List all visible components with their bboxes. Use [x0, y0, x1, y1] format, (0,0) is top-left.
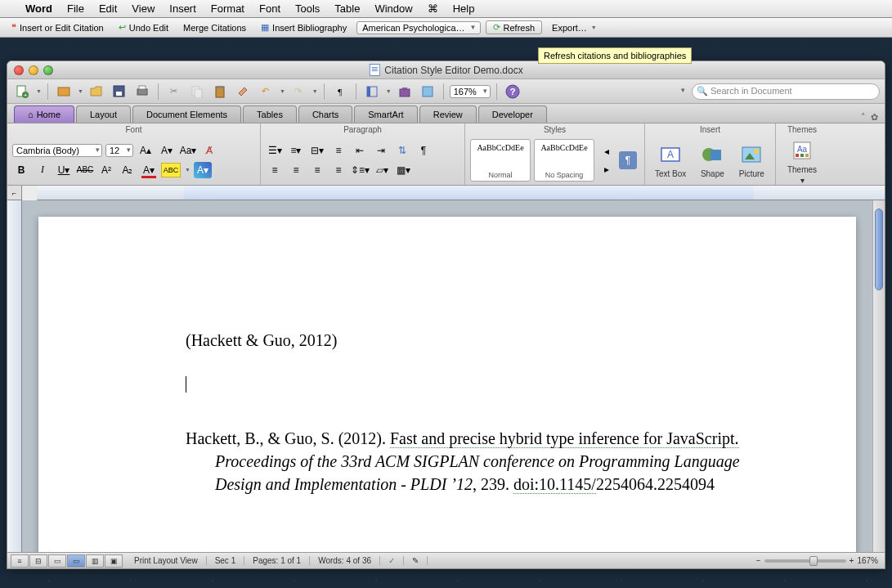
zoom-window-button[interactable]	[43, 65, 53, 75]
text-effects-button[interactable]: A▾	[194, 162, 212, 178]
borders-button[interactable]: ▦▾	[394, 162, 412, 178]
align-center-btn[interactable]: ≡	[287, 162, 305, 178]
publishing-view-button[interactable]: ▭	[48, 554, 66, 568]
underline-button[interactable]: U▾	[55, 162, 73, 178]
superscript-button[interactable]: A²	[97, 162, 115, 178]
numbering-button[interactable]: ≡▾	[287, 142, 305, 159]
align-right-btn[interactable]: ≡	[308, 162, 326, 178]
textbox-button[interactable]: AText Box	[650, 138, 691, 182]
redo-button[interactable]: ↷	[289, 83, 308, 101]
window-menu[interactable]: Window	[367, 2, 419, 15]
multilevel-list-button[interactable]: ⊟▾	[308, 142, 326, 159]
zoom-percent-label[interactable]: 167%	[857, 556, 878, 565]
section-label[interactable]: Sec 1	[207, 556, 245, 565]
tab-layout[interactable]: Layout	[76, 105, 131, 123]
insert-menu[interactable]: Insert	[162, 2, 204, 15]
help-menu[interactable]: Help	[446, 2, 482, 15]
toolbox-button[interactable]	[395, 83, 415, 101]
zoom-slider[interactable]	[764, 559, 846, 563]
grow-font-button[interactable]: A▴	[137, 142, 155, 159]
undo-button[interactable]: ↶	[256, 83, 276, 101]
scripts-menu-icon[interactable]: ⌘	[420, 2, 446, 15]
export-button[interactable]: Export…▼	[547, 21, 602, 34]
bullets-button[interactable]: ☰▾	[266, 142, 284, 159]
draft-view-button[interactable]: ≡	[11, 554, 29, 568]
shading-button[interactable]: ▱▾	[373, 162, 391, 178]
tab-selector[interactable]: ⌐	[7, 186, 22, 200]
shrink-font-button[interactable]: A▾	[158, 142, 176, 159]
cut-button[interactable]: ✂	[164, 83, 184, 101]
merge-citations-button[interactable]: Merge Citations	[178, 21, 251, 34]
format-menu[interactable]: Format	[204, 2, 252, 15]
save-button[interactable]	[110, 83, 129, 101]
view-menu[interactable]: View	[124, 2, 162, 15]
help-button[interactable]: ?	[503, 83, 522, 101]
italic-button[interactable]: I	[34, 162, 52, 178]
outline-view-button[interactable]: ⊟	[29, 554, 47, 568]
tab-home[interactable]: ⌂Home	[14, 105, 74, 123]
strikethrough-button[interactable]: ABC	[76, 162, 94, 178]
vertical-scrollbar[interactable]	[872, 200, 885, 552]
font-size-dropdown[interactable]: 12	[105, 144, 133, 157]
table-menu[interactable]: Table	[327, 2, 367, 15]
sidebar-button[interactable]	[362, 83, 382, 101]
insert-bibliography-button[interactable]: ▦ Insert Bibliography	[256, 20, 352, 34]
notebook-view-button[interactable]: ▥	[86, 554, 104, 568]
picture-button[interactable]: Picture	[733, 138, 769, 182]
sort-button[interactable]: ⇅	[393, 142, 411, 159]
subscript-button[interactable]: A₂	[119, 162, 137, 178]
words-label[interactable]: Words: 4 of 36	[310, 556, 380, 565]
document-page[interactable]: (Hackett & Guo, 2012) Hackett, B., & Guo…	[38, 217, 856, 552]
media-button[interactable]	[418, 83, 437, 101]
collapse-ribbon-button[interactable]: ˄	[861, 112, 866, 123]
tab-tables[interactable]: Tables	[243, 105, 297, 123]
show-marks-button[interactable]: ¶	[415, 142, 433, 159]
search-input[interactable]: Search in Document	[692, 83, 880, 100]
style-normal[interactable]: AaBbCcDdEe Normal	[470, 139, 531, 182]
styles-scroll-up[interactable]: ◂	[598, 143, 616, 159]
align-left-button[interactable]: ≡	[329, 142, 347, 159]
zoom-slider-thumb[interactable]	[809, 556, 818, 566]
tab-review[interactable]: Review	[419, 105, 477, 123]
ribbon-settings-button[interactable]: ✿	[871, 112, 878, 123]
highlight-button[interactable]: ABC	[161, 163, 181, 177]
horizontal-ruler[interactable]	[37, 186, 885, 200]
decrease-indent-button[interactable]: ⇤	[351, 142, 369, 159]
print-layout-view-button[interactable]: ▭	[67, 554, 85, 568]
font-color-button[interactable]: A▾	[140, 162, 158, 178]
print-button[interactable]	[132, 83, 152, 101]
minimize-window-button[interactable]	[29, 65, 38, 75]
font-name-dropdown[interactable]: Cambria (Body)	[12, 144, 102, 157]
show-formatting-button[interactable]: ¶	[330, 83, 350, 101]
justify-btn[interactable]: ≡	[329, 162, 347, 178]
pages-label[interactable]: Pages: 1 of 1	[244, 556, 310, 565]
line-spacing-button[interactable]: ⇕≡▾	[351, 162, 370, 178]
templates-button[interactable]	[54, 83, 74, 101]
focus-view-button[interactable]: ▣	[105, 554, 123, 568]
undo-edit-button[interactable]: ↩ Undo Edit	[114, 20, 173, 34]
insert-citation-button[interactable]: ❝ Insert or Edit Citation	[7, 20, 109, 34]
file-menu[interactable]: File	[60, 2, 92, 15]
tools-menu[interactable]: Tools	[288, 2, 327, 15]
zoom-in-button[interactable]: +	[849, 556, 854, 565]
style-no-spacing[interactable]: AaBbCcDdEe No Spacing	[534, 139, 594, 182]
scrollbar-thumb[interactable]	[875, 209, 883, 290]
clear-formatting-button[interactable]: A̸	[200, 142, 218, 159]
new-button[interactable]: +	[12, 83, 32, 101]
styles-scroll-down[interactable]: ▸	[598, 161, 616, 177]
themes-button[interactable]: AaThemes▾	[781, 134, 823, 188]
vertical-ruler[interactable]	[7, 200, 22, 552]
shape-button[interactable]: Shape	[694, 138, 730, 182]
styles-pane-button[interactable]: ¶	[619, 151, 637, 169]
bold-button[interactable]: B	[12, 162, 30, 178]
app-menu[interactable]: Word	[18, 2, 60, 15]
spell-check-button[interactable]: ✓	[380, 556, 404, 565]
paste-button[interactable]	[210, 83, 230, 101]
font-menu[interactable]: Font	[252, 2, 288, 15]
tab-smartart[interactable]: SmartArt	[354, 105, 417, 123]
format-painter-button[interactable]	[233, 83, 253, 101]
zoom-dropdown[interactable]: 167%	[450, 85, 491, 98]
close-window-button[interactable]	[14, 65, 24, 75]
change-case-button[interactable]: Aa▾	[179, 142, 197, 159]
tab-charts[interactable]: Charts	[298, 105, 352, 123]
